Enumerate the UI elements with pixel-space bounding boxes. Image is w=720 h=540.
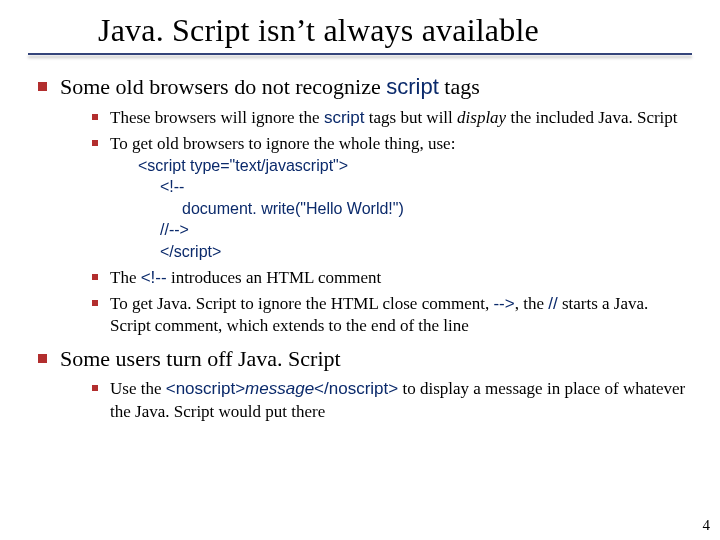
code-line-4: //-->: [138, 219, 692, 241]
bullet-2-sublist: Use the <noscript>message</noscript> to …: [60, 378, 692, 422]
bullet-2: Some users turn off Java. Script Use the…: [34, 345, 692, 423]
sub-1-1: These browsers will ignore the script ta…: [88, 107, 692, 129]
bullet-1-text-post: tags: [439, 74, 480, 99]
bullet-list: Some old browsers do not recognize scrip…: [28, 73, 692, 423]
code-line-3: document. write("Hello World!"): [138, 198, 692, 220]
sub-1-4-pre: To get Java. Script to ignore the HTML c…: [110, 294, 493, 313]
code-line-1: <script type="text/javascript">: [138, 155, 692, 177]
sub-1-1-code: script: [324, 108, 365, 127]
sub-1-3: The <!-- introduces an HTML comment: [88, 267, 692, 289]
page-number: 4: [703, 517, 711, 534]
slide-title: Java. Script isn’t always available: [98, 12, 692, 49]
sub-1-2-text: To get old browsers to ignore the whole …: [110, 134, 455, 153]
bullet-2-text: Some users turn off Java. Script: [60, 346, 341, 371]
sub-2-1: Use the <noscript>message</noscript> to …: [88, 378, 692, 422]
sub-2-1-code2: </noscript>: [314, 379, 398, 398]
bullet-1-code: script: [386, 74, 439, 99]
sub-1-1-post: the included Java. Script: [506, 108, 677, 127]
code-block: <script type="text/javascript"> <!-- doc…: [110, 155, 692, 263]
sub-1-4: To get Java. Script to ignore the HTML c…: [88, 293, 692, 337]
sub-1-4-mid: , the: [515, 294, 549, 313]
slide: Java. Script isn’t always available Some…: [0, 0, 720, 423]
sub-2-1-msg: message: [245, 379, 314, 398]
code-line-2: <!--: [138, 176, 692, 198]
sub-1-3-post: introduces an HTML comment: [167, 268, 382, 287]
title-underline: [28, 53, 692, 55]
sub-1-3-pre: The: [110, 268, 141, 287]
bullet-1-text-pre: Some old browsers do not recognize: [60, 74, 386, 99]
sub-1-1-ital: display: [457, 108, 506, 127]
bullet-1: Some old browsers do not recognize scrip…: [34, 73, 692, 337]
sub-2-1-pre: Use the: [110, 379, 166, 398]
sub-1-4-code2: //: [548, 294, 557, 313]
sub-1-4-code1: -->: [493, 294, 514, 313]
bullet-1-sublist: These browsers will ignore the script ta…: [60, 107, 692, 337]
sub-1-3-code: <!--: [141, 268, 167, 287]
sub-2-1-code1: <noscript>: [166, 379, 245, 398]
sub-1-1-pre: These browsers will ignore the: [110, 108, 324, 127]
code-line-5: </script>: [138, 241, 692, 263]
sub-1-1-mid: tags but will: [365, 108, 458, 127]
sub-1-2: To get old browsers to ignore the whole …: [88, 133, 692, 263]
